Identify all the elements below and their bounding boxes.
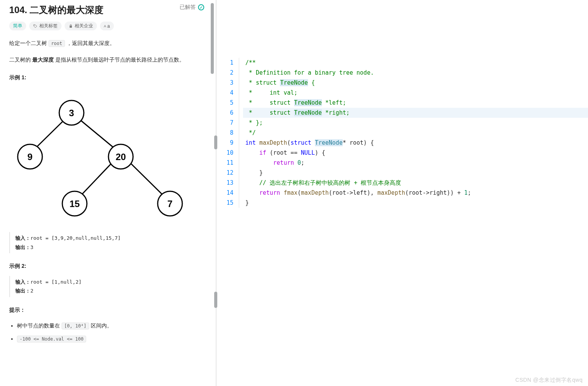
scrollbar-thumb[interactable] xyxy=(211,3,214,74)
svg-text:7: 7 xyxy=(167,198,172,209)
example-2-title: 示例 2: xyxy=(9,261,204,271)
companies-button[interactable]: 相关企业 xyxy=(65,22,97,30)
tag-row: 简单 相关标签 相关企业 Aa xyxy=(9,22,204,30)
svg-text:20: 20 xyxy=(116,151,126,162)
hints-list: 树中节点的数量在 [0, 10⁴] 区间内。 -100 <= Node.val … xyxy=(9,319,204,345)
fontsize-button[interactable]: Aa xyxy=(100,22,114,30)
problem-description: 给定一个二叉树 root ，返回其最大深度。 二叉树的 最大深度 是指从根节点到… xyxy=(9,38,204,345)
difficulty-tag[interactable]: 简单 xyxy=(9,22,26,30)
related-tags-button[interactable]: 相关标签 xyxy=(29,22,62,30)
svg-text:9: 9 xyxy=(27,151,32,162)
hint-item: -100 <= Node.val <= 100 xyxy=(17,333,204,346)
problem-description-pane[interactable]: 104. 二叉树的最大深度 已解答 简单 相关标签 相关企业 Aa 给定一个二叉… xyxy=(0,0,213,386)
svg-text:15: 15 xyxy=(70,198,80,209)
example-2-block: 输入：root = [1,null,2] 输出：2 xyxy=(9,276,204,297)
problem-status: 已解答 xyxy=(180,4,204,11)
problem-title: 104. 二叉树的最大深度 xyxy=(9,4,103,16)
svg-point-0 xyxy=(34,25,35,25)
hints-title: 提示： xyxy=(9,305,204,315)
code-editor-pane[interactable]: 1 2 3 4 5 6 7 8 9 10 11 12 13 14 15 /** … xyxy=(219,0,588,386)
check-icon xyxy=(198,4,204,10)
tree-diagram: 3 9 20 15 7 xyxy=(9,92,190,219)
lock-icon xyxy=(68,24,73,28)
code-editor[interactable]: 1 2 3 4 5 6 7 8 9 10 11 12 13 14 15 /** … xyxy=(227,58,588,208)
divider-handle[interactable] xyxy=(214,135,217,149)
tag-icon xyxy=(33,24,38,28)
example-1-block: 输入：root = [3,9,20,null,null,15,7] 输出：3 xyxy=(9,232,204,253)
hint-item: 树中节点的数量在 [0, 10⁴] 区间内。 xyxy=(17,319,204,333)
watermark: CSDN @念来过倒字名qwq xyxy=(515,377,583,384)
example-1-title: 示例 1: xyxy=(9,72,204,83)
divider-handle[interactable] xyxy=(214,292,217,308)
line-gutter: 1 2 3 4 5 6 7 8 9 10 11 12 13 14 15 xyxy=(227,58,239,208)
svg-text:3: 3 xyxy=(69,107,74,118)
code-root: root xyxy=(48,40,65,47)
code-content[interactable]: /** * Definition for a binary tree node.… xyxy=(243,58,588,208)
pane-divider[interactable] xyxy=(213,0,219,386)
